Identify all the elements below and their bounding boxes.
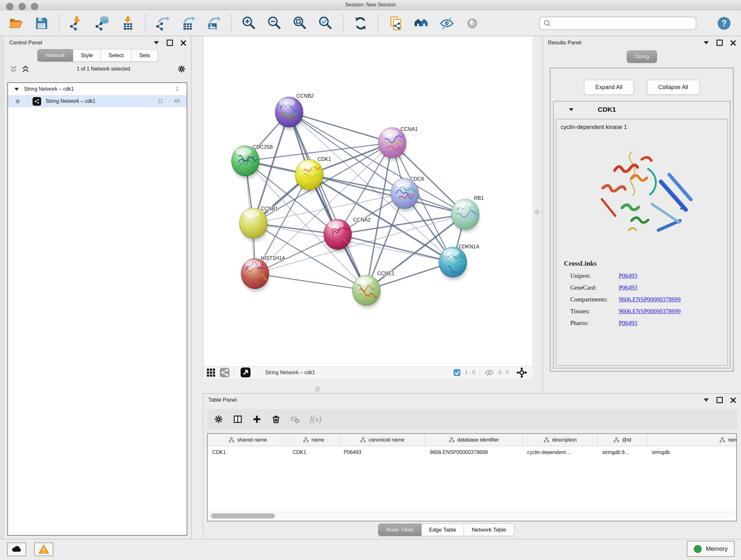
crosslink-link[interactable]: P06493 (619, 320, 637, 327)
zoom-fit-content-icon[interactable] (292, 15, 308, 32)
show-columns-icon[interactable] (233, 415, 242, 424)
node-table[interactable]: shared namenamecanonical namedatabase id… (207, 433, 737, 521)
panel-menu-icon[interactable] (154, 41, 159, 44)
import-table-from-file-icon[interactable] (119, 15, 136, 32)
network-list: String Network – cdk1 1 String Network –… (7, 82, 187, 536)
network-node-ccnb2[interactable]: CCNB2 (275, 93, 314, 130)
cloud-sync-button[interactable] (7, 543, 26, 556)
function-builder-icon[interactable]: f(x) (310, 415, 321, 424)
network-view-toolbar: String Network – cdk1 1 - 0 0 - 0 (203, 366, 532, 378)
selected-node-edge-counts: 1 - 0 (465, 370, 475, 375)
network-edge[interactable] (255, 273, 366, 290)
search-box[interactable] (539, 17, 696, 30)
network-edge[interactable] (289, 112, 392, 143)
network-node-ccnb1[interactable]: CCNB1 (239, 206, 278, 241)
network-node-ccna2[interactable]: CCNA2 (324, 217, 370, 253)
column-header-canonical-name[interactable]: canonical name (339, 434, 425, 446)
pan-crosshair-icon[interactable] (516, 367, 527, 378)
close-panel-icon[interactable] (181, 40, 186, 46)
crosslink-link[interactable]: 9606.ENSP00000378699 (619, 308, 681, 315)
network-graph[interactable]: CCNB2CCNA1CDC25BCDK1CDC6RB1CCNB1CCNA2CDK… (203, 37, 532, 366)
tab-node-table[interactable]: Node Table (378, 523, 421, 536)
import-network-from-file-icon[interactable] (68, 15, 85, 32)
network-collection-row[interactable]: String Network – cdk1 1 (8, 83, 187, 95)
network-node-cdc6[interactable]: CDC6 (391, 176, 424, 212)
column-header-name[interactable]: name (288, 434, 339, 446)
tab-select[interactable]: Select (101, 49, 131, 62)
save-session-icon[interactable] (33, 15, 50, 32)
network-node-cdkn1a[interactable]: CDKN1A (439, 244, 479, 280)
collapse-all-networks-icon[interactable] (10, 65, 17, 73)
create-column-icon[interactable] (253, 415, 261, 424)
close-panel-icon[interactable] (731, 397, 736, 403)
grid-view-icon[interactable] (206, 368, 215, 377)
network-share-view-icon[interactable] (220, 368, 229, 377)
first-neighbors-icon[interactable] (413, 15, 429, 32)
control-panel-header: Control Panel (4, 37, 191, 49)
search-input[interactable] (553, 20, 692, 27)
delete-table-icon[interactable] (291, 415, 300, 424)
column-header-shared-name[interactable]: shared name (208, 434, 288, 446)
vertical-splitter-handle[interactable] (535, 209, 540, 214)
tab-edge-table[interactable]: Edge Table (421, 523, 464, 536)
panel-menu-icon[interactable] (704, 398, 709, 401)
export-image-icon[interactable] (205, 15, 222, 32)
column-header-id[interactable]: @id (598, 434, 647, 446)
table-row[interactable]: CDK1CDK1P064939606.ENSP00000378699cyclin… (208, 446, 737, 458)
hidden-elements-eye-icon[interactable] (484, 368, 494, 377)
birdseye-view-icon[interactable] (241, 368, 251, 377)
export-network-icon[interactable] (154, 15, 171, 32)
help-icon[interactable]: ? (717, 16, 731, 30)
tab-sets[interactable]: Sets (131, 49, 158, 62)
network-node-ccna1[interactable]: CCNA1 (378, 126, 418, 161)
tab-network-table[interactable]: Network Table (464, 523, 514, 536)
network-options-gear-icon[interactable] (178, 65, 185, 73)
network-edge[interactable] (309, 175, 465, 214)
tab-network[interactable]: Network (37, 49, 73, 62)
network-row-selected[interactable]: String Network – cdk1 11 48 (8, 95, 187, 107)
collapse-protein-icon[interactable] (569, 108, 574, 111)
zoom-selected-icon[interactable] (317, 15, 334, 32)
column-header-database-identifier[interactable]: database identifier (425, 434, 523, 446)
network-node-cdc25b[interactable]: CDC25B (231, 144, 273, 179)
delete-columns-icon[interactable] (272, 415, 280, 424)
expand-all-button[interactable]: Expand All (584, 80, 633, 95)
tab-style[interactable]: Style (73, 49, 101, 62)
refresh-network-icon[interactable] (352, 15, 369, 32)
network-node-cdk1[interactable]: CDK1 (295, 157, 331, 193)
crosslink-link[interactable]: 9606.ENSP00000378699 (619, 296, 681, 303)
float-panel-icon[interactable] (717, 40, 723, 46)
column-header-namespace[interactable]: namespace (647, 434, 737, 446)
warnings-button[interactable] (34, 543, 53, 556)
collection-expand-icon[interactable] (14, 88, 19, 91)
table-settings-gear-icon[interactable] (214, 415, 223, 424)
import-network-from-database-icon[interactable] (94, 15, 111, 32)
horizontal-splitter-handle[interactable] (315, 387, 320, 392)
expand-all-networks-icon[interactable] (22, 65, 29, 73)
panel-menu-icon[interactable] (704, 41, 709, 44)
network-node-rb1[interactable]: RB1 (451, 195, 484, 233)
zoom-out-icon[interactable] (266, 15, 283, 32)
close-panel-icon[interactable] (731, 40, 736, 46)
column-header-description[interactable]: description (523, 434, 598, 446)
tab-string[interactable]: String (627, 51, 657, 63)
table-horizontal-scrollbar[interactable] (208, 512, 736, 520)
show-all-icon[interactable] (464, 15, 481, 32)
clone-network-icon[interactable] (387, 15, 404, 32)
collapse-all-button[interactable]: Collapse All (647, 80, 699, 95)
crosslink-link[interactable]: P06493 (619, 272, 637, 279)
network-node-hist1h1a[interactable]: HIST1H1A (241, 255, 285, 292)
network-edge-count: 48 (163, 98, 180, 104)
float-panel-icon[interactable] (166, 40, 173, 46)
network-node-count: 11 (158, 98, 163, 104)
memory-button[interactable]: Memory (687, 541, 735, 557)
open-session-icon[interactable] (8, 15, 24, 32)
selected-nodes-checkbox[interactable] (454, 369, 461, 376)
zoom-in-icon[interactable] (241, 15, 257, 32)
scrollbar-thumb[interactable] (211, 513, 275, 518)
float-panel-icon[interactable] (717, 397, 723, 403)
network-canvas[interactable]: CCNB2CCNA1CDC25BCDK1CDC6RB1CCNB1CCNA2CDK… (203, 37, 532, 366)
hide-selected-icon[interactable] (439, 15, 455, 32)
crosslink-link[interactable]: P06493 (619, 284, 637, 291)
export-table-icon[interactable] (180, 15, 197, 32)
